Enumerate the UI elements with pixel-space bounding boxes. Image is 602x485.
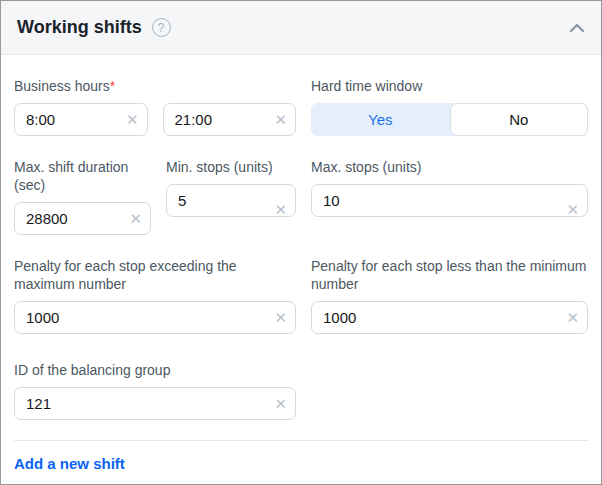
penalty-exceeding-wrap: ✕	[14, 301, 296, 334]
clear-icon[interactable]: ✕	[129, 211, 142, 226]
collapse-button[interactable]	[569, 23, 585, 33]
field-max-stops: Max. stops (units) ✕	[311, 158, 588, 235]
row-balancing-group: ID of the balancing group ✕	[14, 361, 588, 420]
field-hard-time-window: Hard time window Yes No	[311, 77, 588, 136]
max-stops-input[interactable]	[311, 184, 588, 217]
panel-body: Business hours* ✕ ✕ Hard time window Y	[1, 77, 601, 473]
balancing-group-label: ID of the balancing group	[14, 361, 296, 379]
panel-header: Working shifts ?	[1, 1, 601, 55]
toggle-option-yes[interactable]: Yes	[311, 103, 450, 136]
penalty-exceeding-label: Penalty for each stop exceeding the maxi…	[14, 257, 296, 293]
hard-time-window-toggle: Yes No	[311, 103, 588, 136]
toggle-option-no[interactable]: No	[450, 103, 589, 136]
max-stops-wrap: ✕	[311, 184, 588, 235]
row-stops: Max. shift duration (sec) ✕ Min. stops (…	[14, 158, 588, 235]
penalty-exceeding-input[interactable]	[14, 301, 296, 334]
business-hours-from-wrap: ✕	[14, 103, 148, 136]
panel-title: Working shifts	[17, 17, 142, 38]
footer-divider	[14, 440, 588, 441]
clear-icon[interactable]: ✕	[274, 396, 287, 411]
working-shifts-panel: Working shifts ? Business hours* ✕	[0, 0, 602, 485]
clear-icon[interactable]: ✕	[274, 202, 287, 217]
min-stops-label: Min. stops (units)	[166, 158, 296, 176]
balancing-group-wrap: ✕	[14, 387, 296, 420]
chevron-up-icon	[569, 23, 585, 33]
help-icon[interactable]: ?	[152, 18, 171, 37]
max-shift-duration-label: Max. shift duration (sec)	[14, 158, 151, 194]
required-asterisk: *	[110, 78, 115, 94]
field-min-stops: Min. stops (units) ✕	[166, 158, 296, 235]
hard-time-window-label: Hard time window	[311, 77, 588, 95]
clear-icon[interactable]: ✕	[566, 202, 579, 217]
min-stops-wrap: ✕	[166, 184, 296, 235]
business-hours-label: Business hours*	[14, 77, 296, 95]
field-penalty-less: Penalty for each stop less than the mini…	[311, 257, 588, 334]
clear-icon[interactable]: ✕	[126, 112, 139, 127]
max-shift-duration-wrap: ✕	[14, 202, 151, 235]
penalty-less-label: Penalty for each stop less than the mini…	[311, 257, 588, 293]
field-max-shift-duration: Max. shift duration (sec) ✕	[14, 158, 151, 235]
row-penalties: Penalty for each stop exceeding the maxi…	[14, 257, 588, 334]
field-business-hours: Business hours* ✕ ✕	[14, 77, 296, 136]
field-penalty-exceeding: Penalty for each stop exceeding the maxi…	[14, 257, 296, 334]
penalty-less-wrap: ✕	[311, 301, 588, 334]
business-hours-label-text: Business hours	[14, 78, 110, 94]
business-hours-to-wrap: ✕	[163, 103, 297, 136]
penalty-less-input[interactable]	[311, 301, 588, 334]
balancing-group-input[interactable]	[14, 387, 296, 420]
max-stops-label: Max. stops (units)	[311, 158, 588, 176]
field-balancing-group: ID of the balancing group ✕	[14, 361, 296, 420]
add-new-shift-link[interactable]: Add a new shift	[14, 455, 125, 472]
clear-icon[interactable]: ✕	[274, 310, 287, 325]
clear-icon[interactable]: ✕	[274, 112, 287, 127]
clear-icon[interactable]: ✕	[566, 310, 579, 325]
row-business-hours: Business hours* ✕ ✕ Hard time window Y	[14, 77, 588, 136]
